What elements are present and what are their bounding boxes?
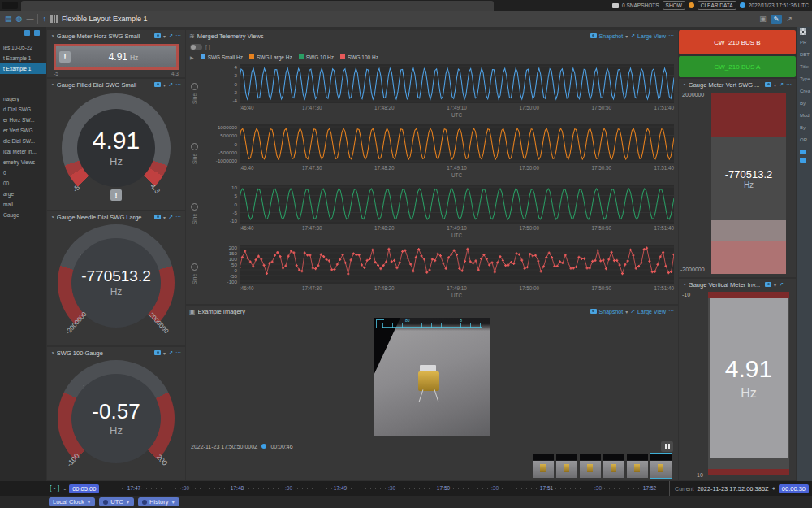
legend-item[interactable]: SWG Large Hz bbox=[249, 54, 292, 60]
caret-down-icon[interactable]: ▾ bbox=[163, 82, 166, 88]
legend-item[interactable]: SWG 100 Hz bbox=[340, 54, 378, 60]
tree-item[interactable]: ical Meter In... bbox=[0, 146, 46, 157]
camera-snapshot-icon[interactable] bbox=[765, 282, 771, 287]
tree-item[interactable]: er Vert SWG... bbox=[0, 125, 46, 136]
menu-dots-icon[interactable]: ⋯ bbox=[175, 214, 182, 220]
browser-tab[interactable] bbox=[21, 1, 494, 11]
edit-brush-button[interactable]: ✎ bbox=[771, 15, 783, 24]
bracket-icon[interactable]: [ ] bbox=[205, 44, 210, 50]
menu-dots-icon[interactable]: ⋯ bbox=[668, 33, 675, 39]
gauge-icon: ◔ bbox=[50, 214, 54, 221]
tree-item[interactable]: 00 bbox=[0, 178, 46, 189]
caret-down-icon[interactable]: ▾ bbox=[774, 82, 776, 88]
tree-item[interactable]: t Example 1 bbox=[0, 53, 46, 63]
expand-view-icon[interactable]: ↗ bbox=[779, 281, 784, 288]
camera-snapshot-icon[interactable] bbox=[154, 215, 161, 219]
image-thumbnail[interactable] bbox=[627, 454, 648, 478]
image-thumbnail[interactable] bbox=[650, 454, 672, 478]
window-menu-icon[interactable] bbox=[2, 2, 18, 9]
image-thumbnail[interactable] bbox=[556, 454, 577, 478]
tree-item[interactable]: dle Dial SW... bbox=[0, 136, 46, 146]
menu-dots-icon[interactable]: ⋯ bbox=[175, 33, 182, 39]
tree-item[interactable]: 0 bbox=[0, 167, 46, 178]
gear-icon[interactable] bbox=[191, 83, 198, 90]
folder-icon[interactable] bbox=[800, 158, 806, 163]
pause-button[interactable] bbox=[661, 441, 673, 452]
caret-down-icon[interactable]: ▾ bbox=[163, 350, 166, 356]
clock-mode-button[interactable]: Local Clock▼ bbox=[49, 497, 95, 506]
caret-down-icon[interactable]: ▾ bbox=[625, 309, 628, 315]
tree-action-icon[interactable] bbox=[34, 30, 40, 36]
lunar-photo[interactable]: 80 8 bbox=[374, 318, 490, 436]
tree-item[interactable]: Gauge bbox=[0, 210, 46, 220]
legend-caret-icon[interactable]: ▶ bbox=[190, 54, 194, 60]
tree-item[interactable]: arge bbox=[0, 189, 46, 199]
tree-item[interactable]: mall bbox=[0, 199, 46, 210]
gear-icon[interactable] bbox=[191, 203, 198, 211]
camera-snapshot-icon[interactable] bbox=[154, 350, 161, 355]
gear-icon[interactable] bbox=[191, 263, 198, 271]
menu-dots-icon[interactable]: ⋯ bbox=[786, 81, 793, 88]
plot-toggle[interactable] bbox=[190, 44, 202, 50]
expand-view-icon[interactable]: ↗ bbox=[779, 81, 784, 88]
tree-item[interactable]: nagery bbox=[0, 93, 46, 104]
image-thumbnail[interactable] bbox=[603, 454, 624, 478]
fixed-timespan-icon[interactable]: [-] bbox=[49, 485, 60, 493]
caret-down-icon[interactable]: ▾ bbox=[163, 215, 166, 220]
large-view-label[interactable]: Large View bbox=[637, 33, 666, 39]
tree-item[interactable]: t Example 1 bbox=[0, 63, 46, 74]
tree-item[interactable]: er Horz SW... bbox=[0, 115, 46, 125]
timezone-button[interactable]: UTC▼ bbox=[99, 497, 134, 506]
snapshot-label[interactable]: Snapshot bbox=[599, 33, 624, 39]
plot-area[interactable] bbox=[240, 245, 674, 284]
legend-item[interactable]: SWG 10 Hz bbox=[299, 54, 334, 60]
conductor-timeline[interactable]: 17:47:3017:48:3017:49:3017:50:3017:51:30… bbox=[122, 481, 658, 496]
caret-down-icon[interactable]: ▾ bbox=[774, 282, 776, 288]
show-button[interactable]: SHOW bbox=[663, 1, 685, 10]
expand-view-icon[interactable]: ↗ bbox=[168, 81, 173, 88]
camera-snapshot-icon[interactable] bbox=[590, 33, 597, 38]
camera-snapshot-icon[interactable] bbox=[590, 309, 597, 314]
tree-item[interactable]: les 10-05-22 bbox=[0, 42, 46, 53]
menu-dots-icon[interactable]: ⋯ bbox=[786, 281, 793, 288]
minus-icon[interactable]: — bbox=[26, 15, 33, 23]
camera-snapshot-icon[interactable] bbox=[154, 33, 161, 38]
menu-dots-icon[interactable]: ⋯ bbox=[668, 308, 675, 315]
bus-b-button[interactable]: CW_210 BUS B bbox=[679, 30, 796, 54]
caret-down-icon[interactable]: ▾ bbox=[163, 33, 166, 39]
navigate-up-icon[interactable]: ↑ bbox=[42, 15, 46, 23]
tree-action-icon[interactable] bbox=[24, 30, 30, 36]
menu-dots-icon[interactable]: ⋯ bbox=[175, 81, 182, 88]
copy-icon[interactable]: ▤ bbox=[5, 15, 12, 23]
globe-icon[interactable]: ◍ bbox=[16, 15, 23, 23]
image-thumbnail[interactable] bbox=[533, 454, 554, 478]
expand-view-icon[interactable]: ↗ bbox=[168, 350, 173, 356]
history-button[interactable]: History▼ bbox=[138, 497, 179, 506]
plot-area[interactable] bbox=[240, 124, 674, 163]
camera-snapshot-icon[interactable] bbox=[765, 82, 771, 87]
expand-view-icon[interactable]: ↗ bbox=[168, 33, 173, 39]
image-thumbnail[interactable] bbox=[580, 454, 601, 478]
clear-data-button[interactable]: CLEAR DATA bbox=[698, 1, 736, 10]
bus-a-button[interactable]: CW_210 BUS A bbox=[679, 56, 796, 77]
start-offset-input[interactable]: 00:05:00 bbox=[69, 484, 99, 493]
inspector-grid-icon[interactable] bbox=[800, 28, 806, 35]
snapshot-label[interactable]: Snapshot bbox=[599, 309, 624, 315]
legend-item[interactable]: SWG Small Hz bbox=[201, 54, 243, 60]
end-offset-input[interactable]: 00:00:30 bbox=[779, 484, 809, 493]
expand-view-icon[interactable]: ↗ bbox=[630, 33, 635, 39]
tree-item[interactable]: emetry Views bbox=[0, 157, 46, 167]
expand-window-icon[interactable]: ↗ bbox=[786, 15, 793, 23]
menu-dots-icon[interactable]: ⋯ bbox=[175, 350, 182, 356]
expand-view-icon[interactable]: ↗ bbox=[630, 308, 635, 315]
folder-icon[interactable] bbox=[800, 150, 806, 154]
expand-view-icon[interactable]: ↗ bbox=[168, 214, 173, 220]
gear-icon[interactable] bbox=[191, 143, 198, 150]
camera-snapshot-icon[interactable] bbox=[154, 82, 161, 87]
caret-down-icon[interactable]: ▾ bbox=[625, 33, 628, 39]
plot-area[interactable] bbox=[240, 64, 674, 103]
large-view-label[interactable]: Large View bbox=[637, 309, 666, 315]
lock-icon[interactable]: ▣ bbox=[759, 15, 767, 23]
tree-item[interactable]: d Dial SWG ... bbox=[0, 104, 46, 115]
plot-area[interactable] bbox=[240, 185, 674, 224]
